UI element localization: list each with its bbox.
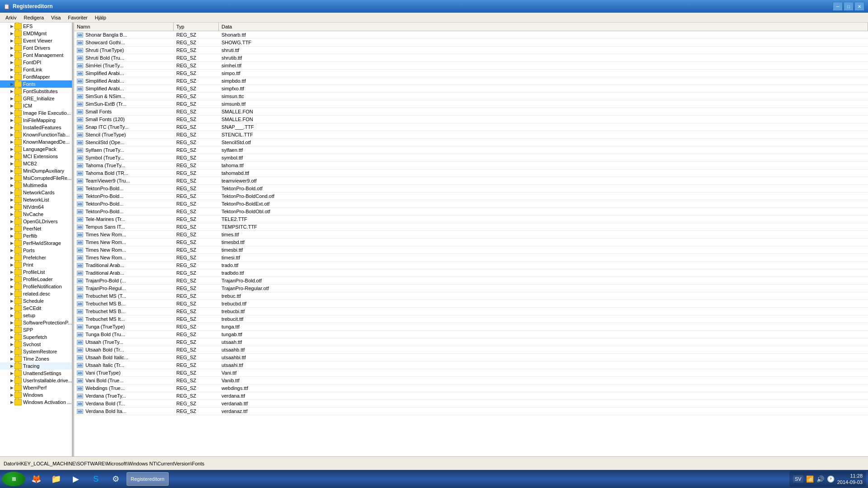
tree-item[interactable]: ▶Multimedia bbox=[0, 182, 72, 189]
tree-expand-icon[interactable]: ▶ bbox=[9, 277, 14, 282]
tree-item[interactable]: ▶Font Management bbox=[0, 52, 72, 59]
table-row[interactable]: abStencil (TrueType)REG_SZSTENCIL.TTF bbox=[74, 131, 868, 139]
tree-item[interactable]: ▶Print bbox=[0, 261, 72, 268]
tree-item[interactable]: ▶WbemPerf bbox=[0, 384, 72, 391]
tray-clock[interactable]: 11:28 2014-09-03 bbox=[837, 473, 863, 486]
table-row[interactable]: abTahoma (TrueTy...REG_SZtahoma.ttf bbox=[74, 162, 868, 169]
tree-item[interactable]: ▶ProfileNotification bbox=[0, 283, 72, 290]
tree-expand-icon[interactable]: ▶ bbox=[9, 168, 14, 174]
tree-expand-icon[interactable]: ▶ bbox=[9, 284, 14, 289]
tree-item[interactable]: ▶SPP bbox=[0, 326, 72, 333]
tree-item[interactable]: ▶PeerNet bbox=[0, 225, 72, 232]
table-row[interactable]: abUtsaah Bold (Tr...REG_SZutsaahb.ttf bbox=[74, 346, 868, 354]
table-row[interactable]: abShruti (TrueType)REG_SZshruti.ttf bbox=[74, 47, 868, 54]
tree-item[interactable]: ▶Windows bbox=[0, 391, 72, 399]
table-row[interactable]: abUtsaah (TrueTy...REG_SZutsaah.ttf bbox=[74, 338, 868, 346]
taskbar-registereditorn[interactable]: Registereditorn bbox=[127, 472, 169, 486]
maximize-button[interactable]: □ bbox=[844, 2, 854, 11]
tree-item[interactable]: ▶Windows Activation ... bbox=[0, 399, 72, 406]
close-button[interactable]: ✕ bbox=[854, 2, 864, 11]
column-header-type[interactable]: Typ bbox=[174, 23, 219, 31]
tree-item[interactable]: ▶MiniDumpAuxiliary bbox=[0, 167, 72, 174]
table-row[interactable]: abTunga Bold (Tru...REG_SZtungab.ttf bbox=[74, 331, 868, 338]
tree-expand-icon[interactable]: ▶ bbox=[9, 255, 14, 260]
table-row[interactable]: abVerdana Bold Ita...REG_SZverdanaz.ttf bbox=[74, 408, 868, 415]
tree-expand-icon[interactable]: ▶ bbox=[9, 298, 14, 304]
tree-item[interactable]: ▶SoftwareProtectionP... bbox=[0, 319, 72, 326]
table-row[interactable]: abTeamViewer9 (Tru...REG_SZteamviewer9.o… bbox=[74, 177, 868, 185]
table-row[interactable]: abTrebuchet MS (T...REG_SZtrebuc.ttf bbox=[74, 292, 868, 300]
tree-item[interactable]: ▶MCI Extensions bbox=[0, 153, 72, 160]
tree-expand-icon[interactable]: ▶ bbox=[9, 356, 14, 361]
tree-item[interactable]: ▶MsiCorruptedFileRe... bbox=[0, 174, 72, 182]
tree-expand-icon[interactable]: ▶ bbox=[9, 154, 14, 159]
tree-item[interactable]: ▶Event Viewer bbox=[0, 37, 72, 44]
table-row[interactable]: abVani Bold (True...REG_SZVanib.ttf bbox=[74, 377, 868, 385]
table-row[interactable]: abSmall Fonts (120)REG_SZSMALLE.FON bbox=[74, 116, 868, 123]
tree-item[interactable]: ▶EFS bbox=[0, 23, 72, 30]
tree-expand-icon[interactable]: ▶ bbox=[9, 371, 14, 376]
tree-expand-icon[interactable]: ▶ bbox=[9, 139, 14, 145]
table-row[interactable]: abShonar Bangla B...REG_SZShonarb.ttf bbox=[74, 31, 868, 39]
taskbar-media[interactable]: ▶ bbox=[67, 472, 85, 486]
tree-expand-icon[interactable]: ▶ bbox=[9, 248, 14, 253]
tree-expand-icon[interactable]: ▶ bbox=[9, 132, 14, 137]
tree-item[interactable]: ▶EMDMgmt bbox=[0, 30, 72, 37]
registry-content[interactable]: Namn Typ Data abShonar Bangla B...REG_SZ… bbox=[74, 23, 868, 456]
tree-expand-icon[interactable]: ▶ bbox=[9, 103, 14, 108]
tree-expand-icon[interactable]: ▶ bbox=[9, 240, 14, 246]
table-row[interactable]: abSimplified Arabi...REG_SZsimpo.ttf bbox=[74, 70, 868, 77]
tree-item[interactable]: ▶ProfileLoader bbox=[0, 276, 72, 283]
tree-expand-icon[interactable]: ▶ bbox=[9, 327, 14, 333]
tree-item[interactable]: ▶Prefetcher bbox=[0, 254, 72, 261]
table-row[interactable]: abTrebuchet MS B...REG_SZtrebucbd.ttf bbox=[74, 300, 868, 308]
tree-expand-icon[interactable]: ▶ bbox=[9, 125, 14, 130]
tree-item[interactable]: ▶OpenGLDrivers bbox=[0, 218, 72, 225]
tree-expand-icon[interactable]: ▶ bbox=[9, 161, 14, 166]
tree-item[interactable]: ▶KnownFunctionTab... bbox=[0, 131, 72, 138]
tree-item[interactable]: ▶Schedule bbox=[0, 297, 72, 305]
table-row[interactable]: abVani (TrueType)REG_SZVani.ttf bbox=[74, 369, 868, 377]
table-row[interactable]: abTektonPro-Bold...REG_SZTektonPro-BoldC… bbox=[74, 192, 868, 200]
tree-expand-icon[interactable]: ▶ bbox=[9, 74, 14, 80]
tree-item[interactable]: ▶ICM bbox=[0, 102, 72, 109]
table-row[interactable]: abTrajanPro-Regul...REG_SZTrajanPro-Regu… bbox=[74, 285, 868, 292]
tree-expand-icon[interactable]: ▶ bbox=[9, 38, 14, 43]
tree-expand-icon[interactable]: ▶ bbox=[9, 197, 14, 202]
table-row[interactable]: abSimSun-ExtB (Tr...REG_SZsimsunb.ttf bbox=[74, 100, 868, 108]
menu-hjalp[interactable]: Hjälp bbox=[91, 14, 110, 21]
tree-item[interactable]: ▶setup bbox=[0, 312, 72, 319]
tree-item[interactable]: ▶FontSubstitutes bbox=[0, 88, 72, 95]
tree-expand-icon[interactable]: ▶ bbox=[9, 60, 14, 65]
tree-expand-icon[interactable]: ▶ bbox=[9, 291, 14, 296]
tree-expand-icon[interactable]: ▶ bbox=[9, 211, 14, 217]
tree-expand-icon[interactable]: ▶ bbox=[9, 233, 14, 239]
tree-item[interactable]: ▶UnattendSettings bbox=[0, 370, 72, 377]
table-row[interactable]: abTektonPro-Bold...REG_SZTektonPro-BoldE… bbox=[74, 200, 868, 208]
registry-tree[interactable]: ▶EFS▶EMDMgmt▶Event Viewer▶Font Drivers▶F… bbox=[0, 23, 72, 456]
tree-expand-icon[interactable]: ▶ bbox=[9, 219, 14, 224]
tree-expand-icon[interactable]: ▶ bbox=[9, 262, 14, 267]
tree-expand-icon[interactable]: ▶ bbox=[9, 342, 14, 347]
table-row[interactable]: abSimHei (TrueTy...REG_SZsimhei.ttf bbox=[74, 62, 868, 70]
tree-item[interactable]: ▶IniFileMapping bbox=[0, 117, 72, 124]
table-row[interactable]: abSimplified Arabi...REG_SZsimpfxo.ttf bbox=[74, 85, 868, 93]
tree-expand-icon[interactable]: ▶ bbox=[9, 204, 14, 210]
tree-item[interactable]: ▶Svchost bbox=[0, 341, 72, 348]
tree-expand-icon[interactable]: ▶ bbox=[9, 89, 14, 94]
table-row[interactable]: abTimes New Rom...REG_SZtimesi.ttf bbox=[74, 254, 868, 262]
table-row[interactable]: abTektonPro-Bold...REG_SZTektonPro-BoldO… bbox=[74, 208, 868, 216]
tree-item[interactable]: ▶SeCEdit bbox=[0, 305, 72, 312]
column-header-name[interactable]: Namn bbox=[74, 23, 174, 31]
menu-favoriter[interactable]: Favoriter bbox=[64, 14, 91, 21]
tree-expand-icon[interactable]: ▶ bbox=[9, 117, 14, 123]
tree-expand-icon[interactable]: ▶ bbox=[9, 385, 14, 390]
tree-item[interactable]: ▶LanguagePack bbox=[0, 145, 72, 153]
menu-redigera[interactable]: Redigera bbox=[20, 14, 47, 21]
tree-item[interactable]: ▶Image File Executio... bbox=[0, 109, 72, 117]
tree-item[interactable]: ▶MCB2 bbox=[0, 160, 72, 167]
tree-item[interactable]: ▶FontDPI bbox=[0, 59, 72, 66]
tree-item[interactable]: ▶Perflib bbox=[0, 232, 72, 239]
table-row[interactable]: abVerdana (TrueTy...REG_SZverdana.ttf bbox=[74, 392, 868, 400]
table-row[interactable]: abSymbol (TrueTy...REG_SZsymbol.ttf bbox=[74, 154, 868, 162]
